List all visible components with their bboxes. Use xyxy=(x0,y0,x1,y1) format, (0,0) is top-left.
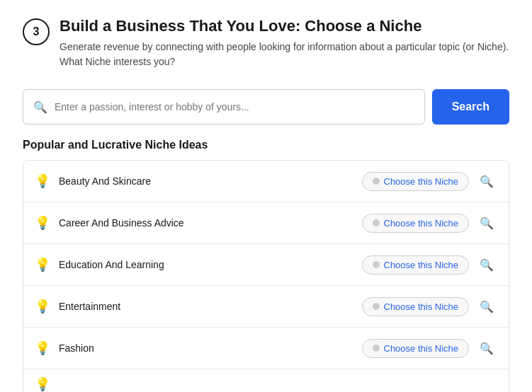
toggle-dot xyxy=(373,345,380,352)
niche-actions: Choose this Niche 🔍 xyxy=(362,254,498,275)
niche-item: 💡 Education And Learning Choose this Nic… xyxy=(23,244,509,286)
niche-search-icon[interactable]: 🔍 xyxy=(476,171,497,192)
niche-actions: Choose this Niche 🔍 xyxy=(362,212,498,234)
niche-label: Beauty And Skincare xyxy=(59,175,362,187)
niche-item: 💡 Entertainment Choose this Niche 🔍 xyxy=(23,286,509,328)
niche-list: 💡 Beauty And Skincare Choose this Niche … xyxy=(23,160,509,392)
niche-item: 💡 Fashion Choose this Niche 🔍 xyxy=(23,328,509,369)
niche-label: Career And Business Advice xyxy=(59,217,362,229)
niche-item-partial: 💡 xyxy=(23,369,509,392)
niche-search-icon[interactable]: 🔍 xyxy=(476,338,497,359)
niche-search-icon[interactable]: 🔍 xyxy=(476,296,497,317)
search-input[interactable] xyxy=(55,101,414,113)
header-text: Build a Business That You Love: Choose a… xyxy=(60,17,509,69)
niches-section-title: Popular and Lucrative Niche Ideas xyxy=(23,139,509,151)
toggle-dot xyxy=(373,261,380,268)
niche-lightbulb-icon: 💡 xyxy=(35,299,50,314)
toggle-dot xyxy=(373,303,380,310)
toggle-dot xyxy=(373,219,380,226)
choose-niche-button[interactable]: Choose this Niche xyxy=(362,255,470,275)
choose-niche-button[interactable]: Choose this Niche xyxy=(362,339,470,358)
niche-lightbulb-icon: 💡 xyxy=(35,340,50,356)
search-button[interactable]: Search xyxy=(432,89,509,125)
niche-actions: Choose this Niche 🔍 xyxy=(362,296,498,317)
page-description: Generate revenue by connecting with peop… xyxy=(60,40,509,69)
niche-search-icon[interactable]: 🔍 xyxy=(476,254,497,275)
niche-item: 💡 Beauty And Skincare Choose this Niche … xyxy=(23,161,509,202)
page-title: Build a Business That You Love: Choose a… xyxy=(60,17,509,35)
niche-lightbulb-icon: 💡 xyxy=(35,215,50,231)
choose-niche-button[interactable]: Choose this Niche xyxy=(362,297,470,316)
page-header: 3 Build a Business That You Love: Choose… xyxy=(23,17,509,69)
search-row: 🔍 Search xyxy=(23,89,509,125)
niches-section: Popular and Lucrative Niche Ideas 💡 Beau… xyxy=(23,139,509,392)
niche-search-icon[interactable]: 🔍 xyxy=(476,212,497,234)
search-box-icon: 🔍 xyxy=(33,100,47,114)
step-circle: 3 xyxy=(23,18,50,45)
niche-actions: Choose this Niche 🔍 xyxy=(362,338,498,359)
niche-label: Entertainment xyxy=(59,301,362,312)
search-box: 🔍 xyxy=(23,89,425,125)
niche-actions: Choose this Niche 🔍 xyxy=(362,171,498,192)
niche-item: 💡 Career And Business Advice Choose this… xyxy=(23,202,509,244)
niche-lightbulb-icon: 💡 xyxy=(35,376,50,392)
toggle-dot xyxy=(373,178,380,185)
niche-lightbulb-icon: 💡 xyxy=(35,257,50,272)
niche-lightbulb-icon: 💡 xyxy=(35,173,50,189)
choose-niche-button[interactable]: Choose this Niche xyxy=(362,214,470,233)
niche-label: Fashion xyxy=(59,342,362,354)
niche-label: Education And Learning xyxy=(59,259,362,270)
choose-niche-button[interactable]: Choose this Niche xyxy=(362,172,470,191)
